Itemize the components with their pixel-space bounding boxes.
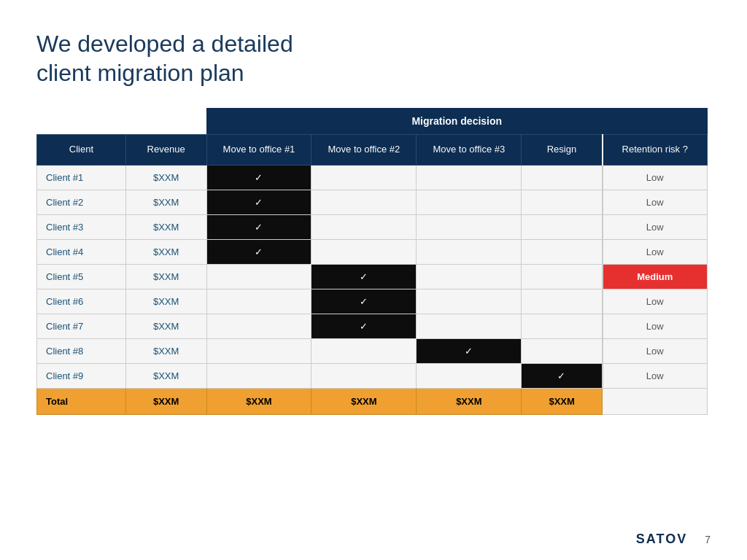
cell-office1: ✓ [206,239,311,264]
cell-office1 [206,264,311,289]
total-label: Total [37,388,126,414]
cell-retention: Low [603,338,708,363]
table-row: Client #1$XXM✓Low [37,165,708,190]
logo-text: SATOV [636,532,687,547]
cell-revenue: $XXM [125,314,206,338]
migration-table-wrapper: Migration decision Client Revenue Move t… [36,108,708,415]
page-number: 7 [705,534,711,545]
table-row: Client #3$XXM✓Low [37,214,708,239]
cell-revenue: $XXM [125,214,206,239]
cell-retention: Low [603,165,708,190]
col-resign: Resign [522,135,603,166]
table-row: Client #2$XXM✓Low [37,190,708,214]
cell-client: Client #4 [37,239,126,264]
cell-client: Client #9 [37,363,126,388]
total-retention [603,388,708,414]
col-client: Client [37,135,126,166]
cell-office2: ✓ [311,264,417,289]
cell-client: Client #2 [37,190,126,214]
cell-resign [522,214,603,239]
cell-office3 [417,165,522,190]
cell-office3 [417,214,522,239]
cell-office2 [311,363,417,388]
cell-office1 [206,363,311,388]
cell-revenue: $XXM [125,363,206,388]
cell-office2 [311,239,417,264]
cell-revenue: $XXM [125,338,206,363]
cell-office2 [311,165,417,190]
cell-office2 [311,214,417,239]
total-office3: $XXM [417,388,522,414]
table-row: Client #4$XXM✓Low [37,239,708,264]
cell-office1 [206,314,311,338]
column-header-row: Client Revenue Move to office #1 Move to… [37,135,708,166]
table-row: Client #8$XXM✓Low [37,338,708,363]
cell-retention: Medium [603,264,708,289]
cell-retention: Low [603,214,708,239]
cell-resign [522,264,603,289]
cell-client: Client #1 [37,165,126,190]
migration-header-row: Migration decision [37,108,708,135]
col-office1: Move to office #1 [206,135,311,166]
cell-retention: Low [603,314,708,338]
cell-client: Client #6 [37,289,126,314]
table-row: Client #5$XXM✓Medium [37,264,708,289]
cell-office3 [417,314,522,338]
cell-revenue: $XXM [125,264,206,289]
cell-office1 [206,338,311,363]
cell-client: Client #8 [37,338,126,363]
cell-office1 [206,289,311,314]
cell-resign [522,338,603,363]
cell-resign [522,314,603,338]
migration-table: Migration decision Client Revenue Move t… [36,108,708,415]
total-office1: $XXM [206,388,311,414]
cell-retention: Low [603,190,708,214]
cell-retention: Low [603,363,708,388]
cell-client: Client #3 [37,214,126,239]
col-office3: Move to office #3 [417,135,522,166]
migration-decision-header: Migration decision [206,108,708,135]
cell-office3: ✓ [417,338,522,363]
table-row: Client #9$XXM✓Low [37,363,708,388]
cell-office3 [417,363,522,388]
table-body: Client #1$XXM✓LowClient #2$XXM✓LowClient… [37,165,708,388]
cell-revenue: $XXM [125,289,206,314]
slide: We developed a detailed client migration… [0,0,747,560]
table-row: Client #7$XXM✓Low [37,314,708,338]
cell-office1: ✓ [206,190,311,214]
col-retention: Retention risk ? [603,135,708,166]
cell-client: Client #5 [37,264,126,289]
cell-resign [522,289,603,314]
cell-office3 [417,289,522,314]
cell-retention: Low [603,289,708,314]
cell-office3 [417,264,522,289]
total-revenue: $XXM [125,388,206,414]
cell-retention: Low [603,239,708,264]
total-office2: $XXM [311,388,417,414]
logo-area: SATOV 7 [636,532,711,547]
cell-resign [522,190,603,214]
cell-office3 [417,190,522,214]
col-revenue: Revenue [125,135,206,166]
cell-office2: ✓ [311,314,417,338]
cell-client: Client #7 [37,314,126,338]
cell-office1: ✓ [206,165,311,190]
total-row: Total $XXM $XXM $XXM $XXM $XXM [37,388,708,414]
cell-office2 [311,190,417,214]
total-resign: $XXM [522,388,603,414]
cell-office2: ✓ [311,289,417,314]
cell-office1: ✓ [206,214,311,239]
slide-title: We developed a detailed client migration… [36,29,711,88]
cell-revenue: $XXM [125,190,206,214]
cell-revenue: $XXM [125,239,206,264]
cell-revenue: $XXM [125,165,206,190]
cell-resign [522,165,603,190]
cell-resign [522,239,603,264]
cell-office3 [417,239,522,264]
cell-resign: ✓ [522,363,603,388]
col-office2: Move to office #2 [311,135,417,166]
table-row: Client #6$XXM✓Low [37,289,708,314]
cell-office2 [311,338,417,363]
